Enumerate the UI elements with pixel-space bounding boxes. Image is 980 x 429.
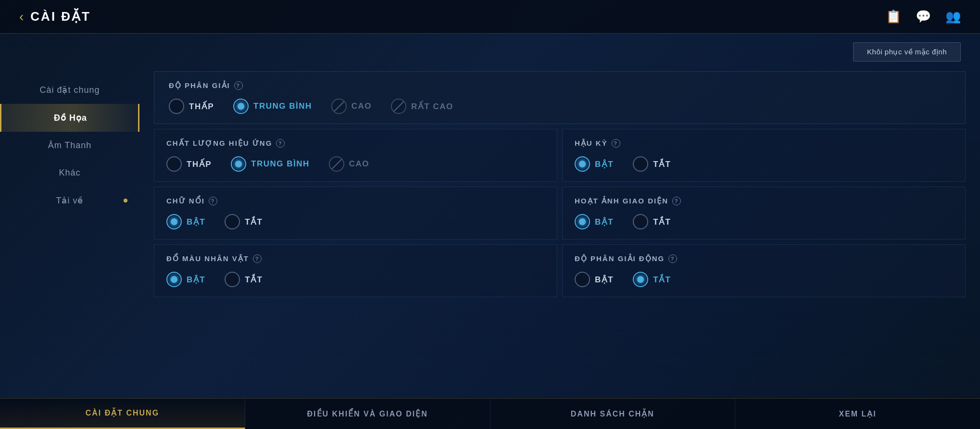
back-button[interactable]: ‹ [19, 10, 24, 24]
restore-default-button[interactable]: Khôi phục về mặc định [853, 42, 961, 62]
option-dpgd-bat[interactable]: BẬT [575, 272, 614, 287]
label-dpgd-tat: TẮT [653, 275, 671, 285]
section-row-3: ĐỔ MÀU NHÂN VẬT ? BẬT TẮT [154, 244, 966, 297]
options-hoat-anh: BẬT TẮT [575, 214, 953, 229]
option-hk-tat[interactable]: TẮT [633, 156, 671, 172]
bottom-nav: CÀI ĐẶT CHUNG ĐIỀU KHIỂN VÀ GIAO DIỆN DA… [0, 398, 980, 429]
bottom-nav-cai-dat-chung[interactable]: CÀI ĐẶT CHUNG [0, 399, 245, 429]
section-do-phan-giai-dong: ĐỘ PHÂN GIẢI ĐỘNG ? BẬT TẮT [562, 244, 966, 297]
option-trung-binh[interactable]: TRUNG BÌNH [233, 99, 312, 114]
sidebar-item-cai-dat-chung[interactable]: Cài đặt chung [0, 76, 139, 104]
sidebar: Cài đặt chung Đồ Họa Âm Thanh Khác Tải v… [0, 66, 139, 398]
section-title-hau-ky: HẬU KỲ ? [575, 139, 953, 148]
radio-hk-tat[interactable] [633, 156, 648, 172]
radio-ha-bat[interactable] [575, 214, 590, 229]
content-area: ĐỘ PHÂN GIẢI ? THẤP TRUNG BÌNH [139, 66, 980, 398]
section-title-chu-noi: CHỮ NỔI ? [166, 197, 545, 205]
radio-cl-cao[interactable] [329, 156, 344, 172]
option-dm-tat[interactable]: TẮT [225, 272, 263, 287]
option-hk-bat[interactable]: BẬT [575, 156, 614, 172]
label-cn-tat: TẮT [245, 217, 263, 227]
radio-dm-bat[interactable] [166, 272, 182, 287]
radio-rat-cao[interactable] [391, 99, 406, 114]
sidebar-item-tai-ve[interactable]: Tải về [0, 187, 139, 214]
option-cn-bat[interactable]: BẬT [166, 214, 205, 229]
bottom-nav-dieu-khien[interactable]: ĐIỀU KHIỂN VÀ GIAO DIỆN [245, 399, 490, 429]
radio-hk-bat[interactable] [575, 156, 590, 172]
section-title-do-mau: ĐỔ MÀU NHÂN VẬT ? [166, 254, 545, 263]
sidebar-item-am-thanh[interactable]: Âm Thanh [0, 132, 139, 159]
option-cn-tat[interactable]: TẮT [225, 214, 263, 229]
main-layout: Cài đặt chung Đồ Họa Âm Thanh Khác Tải v… [0, 66, 980, 398]
radio-cl-thap[interactable] [166, 156, 182, 172]
help-icon-hau-ky[interactable]: ? [612, 139, 620, 148]
option-cao[interactable]: CAO [331, 99, 372, 114]
help-icon-dpgd[interactable]: ? [668, 254, 677, 263]
label-cl-cao: CAO [349, 159, 369, 169]
help-icon-hoat-anh[interactable]: ? [672, 197, 681, 205]
radio-cao[interactable] [331, 99, 347, 114]
label-trung-binh: TRUNG BÌNH [253, 101, 312, 111]
section-title-hoat-anh: HOẠT ẢNH GIAO DIỆN ? [575, 197, 953, 205]
radio-cn-tat[interactable] [225, 214, 240, 229]
option-dm-bat[interactable]: BẬT [166, 272, 205, 287]
radio-dpgd-bat[interactable] [575, 272, 590, 287]
option-rat-cao[interactable]: RẤT CAO [391, 99, 453, 114]
top-header: ‹ CÀI ĐẶT 📋 💬 👥 [0, 0, 980, 34]
label-ha-bat: BẬT [595, 217, 614, 227]
option-cl-thap[interactable]: THẤP [166, 156, 212, 172]
radio-thap[interactable] [169, 99, 184, 114]
option-dpgd-tat[interactable]: TẮT [633, 272, 671, 287]
label-hk-tat: TẮT [653, 159, 671, 169]
restore-btn-container: Khôi phục về mặc định [0, 34, 980, 66]
label-cl-thap: THẤP [187, 159, 212, 169]
notification-dot [124, 199, 127, 202]
section-chu-noi: CHỮ NỔI ? BẬT TẮT [154, 187, 557, 240]
options-hau-ky: BẬT TẮT [575, 156, 953, 172]
sidebar-item-khac[interactable]: Khác [0, 159, 139, 187]
sidebar-item-do-hoa[interactable]: Đồ Họa [0, 104, 139, 132]
option-ha-tat[interactable]: TẮT [633, 214, 671, 229]
section-row-1: CHẤT LƯỢNG HIỆU ỨNG ? THẤP TRUNG BÌNH [154, 129, 966, 182]
option-cl-trung-binh[interactable]: TRUNG BÌNH [231, 156, 310, 172]
bottom-nav-danh-sach-chan[interactable]: DANH SÁCH CHẶN [490, 399, 736, 429]
options-chu-noi: BẬT TẮT [166, 214, 545, 229]
label-cao: CAO [352, 101, 372, 111]
label-dm-bat: BẬT [187, 275, 205, 285]
help-icon-chu-noi[interactable]: ? [209, 197, 217, 205]
section-row-2: CHỮ NỔI ? BẬT TẮT [154, 187, 966, 240]
help-icon-do-phan-giai[interactable]: ? [234, 81, 243, 90]
section-chat-luong-hieu-ung: CHẤT LƯỢNG HIỆU ỨNG ? THẤP TRUNG BÌNH [154, 129, 557, 182]
label-dpgd-bat: BẬT [595, 275, 614, 285]
option-ha-bat[interactable]: BẬT [575, 214, 614, 229]
radio-ha-tat[interactable] [633, 214, 648, 229]
radio-cl-trung-binh[interactable] [231, 156, 246, 172]
label-cl-trung-binh: TRUNG BÌNH [251, 159, 310, 169]
page-title: CÀI ĐẶT [30, 9, 91, 24]
section-hoat-anh: HOẠT ẢNH GIAO DIỆN ? BẬT TẮT [562, 187, 966, 240]
radio-trung-binh[interactable] [233, 99, 249, 114]
label-ha-tat: TẮT [653, 217, 671, 227]
label-hk-bat: BẬT [595, 159, 614, 169]
option-thap[interactable]: THẤP [169, 99, 214, 114]
label-cn-bat: BẬT [187, 217, 205, 227]
options-dpgd: BẬT TẮT [575, 272, 953, 287]
radio-cn-bat[interactable] [166, 214, 182, 229]
label-rat-cao: RẤT CAO [411, 101, 453, 112]
label-dm-tat: TẮT [245, 275, 263, 285]
section-title-do-phan-giai: ĐỘ PHÂN GIẢI ? [169, 81, 951, 90]
option-cl-cao[interactable]: CAO [329, 156, 369, 172]
friends-icon[interactable]: 👥 [945, 9, 961, 24]
help-icon-do-mau[interactable]: ? [253, 254, 262, 263]
help-icon-chat-luong[interactable]: ? [276, 139, 285, 148]
radio-dpgd-tat[interactable] [633, 272, 648, 287]
options-do-phan-giai: THẤP TRUNG BÌNH CAO RẤT CA [169, 99, 951, 114]
header-icons: 📋 💬 👥 [886, 9, 961, 24]
chat-icon[interactable]: 💬 [916, 9, 931, 24]
label-thap: THẤP [189, 101, 214, 112]
clipboard-icon[interactable]: 📋 [886, 9, 901, 24]
options-chat-luong: THẤP TRUNG BÌNH CAO [166, 156, 545, 172]
section-title-dpgd: ĐỘ PHÂN GIẢI ĐỘNG ? [575, 254, 953, 263]
bottom-nav-xem-lai[interactable]: XEM LẠI [735, 399, 980, 429]
radio-dm-tat[interactable] [225, 272, 240, 287]
